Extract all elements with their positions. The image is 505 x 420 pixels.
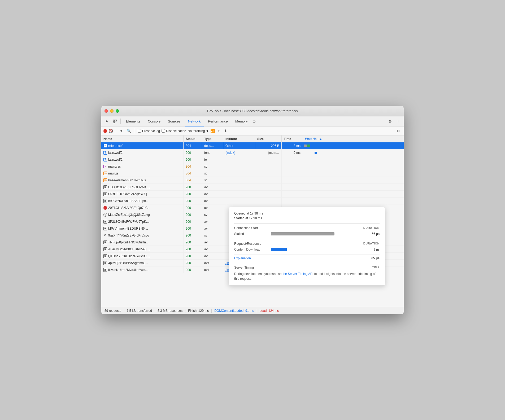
tab-performance[interactable]: Performance xyxy=(205,116,231,126)
cell-waterfall xyxy=(303,177,404,183)
explanation-link[interactable]: Explanation xyxy=(234,256,251,260)
cell-status: 200 xyxy=(184,156,202,163)
table-row[interactable]: JS main.js 304 sc xyxy=(101,170,404,177)
img-icon: ▣ xyxy=(103,261,107,265)
col-status[interactable]: Status xyxy=(184,135,202,142)
cell-initiator: Other xyxy=(223,142,255,149)
cell-name: T latin.woff2 xyxy=(101,149,184,156)
cell-status: 200 xyxy=(184,225,202,232)
close-button[interactable] xyxy=(105,109,108,113)
title-bar: DevTools - localhost:8080/docs/devtools/… xyxy=(101,106,404,116)
doc-icon: ≡ xyxy=(103,144,107,148)
cursor-icon[interactable] xyxy=(103,118,110,125)
cell-status: 200 xyxy=(184,232,202,239)
cell-time: 8 ms xyxy=(282,142,303,149)
cell-size: (mem… xyxy=(255,149,282,156)
cell-initiator xyxy=(223,156,255,163)
col-size[interactable]: Size xyxy=(255,135,282,142)
img-icon: ▣ xyxy=(103,185,107,189)
cell-initiator xyxy=(223,163,255,170)
img-icon: ▣ xyxy=(103,247,107,251)
server-timing-description: During development, you can use the Serv… xyxy=(234,272,380,281)
cell-type: av xyxy=(202,204,223,211)
img-icon: ▣ xyxy=(103,192,107,196)
cell-time xyxy=(282,177,303,183)
server-timing-api-link[interactable]: the Server Timing API xyxy=(282,272,313,276)
settings-icon[interactable]: ⚙ xyxy=(387,118,394,125)
col-name[interactable]: Name xyxy=(101,135,184,142)
cell-type: docu... xyxy=(202,142,223,149)
requests-count: 59 requests xyxy=(105,309,124,313)
wifi-icon: 📶 xyxy=(210,129,215,133)
queued-at-text: Queued at 17.98 ms xyxy=(234,212,380,215)
cell-type: sc xyxy=(202,177,223,183)
cell-size xyxy=(255,170,282,177)
tab-memory[interactable]: Memory xyxy=(232,116,251,126)
cell-type: av xyxy=(202,191,223,197)
throttle-wrapper: No throttling ▼ xyxy=(188,129,209,133)
col-type[interactable]: Type xyxy=(202,135,223,142)
record-button[interactable] xyxy=(103,129,107,133)
cell-type: st xyxy=(202,163,223,170)
cell-waterfall xyxy=(303,170,404,177)
tab-console[interactable]: Console xyxy=(145,116,164,126)
cell-initiator xyxy=(223,184,255,190)
window-title: DevTools - localhost:8080/docs/devtools/… xyxy=(207,109,298,113)
more-tabs-button[interactable]: » xyxy=(252,119,257,124)
content-download-row: Content Download 9 μs xyxy=(234,248,380,251)
transferred-size: 1.5 kB transferred xyxy=(124,309,155,313)
table-row[interactable]: ▣ O2sIJEHG9avKV4aqzSx7.j... 200 av xyxy=(101,191,404,198)
block-button[interactable]: 🚫 xyxy=(109,129,113,133)
table-row[interactable]: T latin.woff2 200 font (index) (mem… 0 m… xyxy=(101,149,404,156)
table-row[interactable]: T latin.woff2 200 fo xyxy=(101,156,404,163)
cell-name: ▣ 2P2L80XfBoFWJFxU9TpK.... xyxy=(101,218,184,225)
content-download-label: Content Download xyxy=(234,248,269,251)
status-bar: 59 requests 1.5 kB transferred 5.3 MB re… xyxy=(101,307,404,314)
cell-name: ⚙ 9gzXiTYY0nZzBxGI6KrV.svg xyxy=(101,232,184,239)
cell-time xyxy=(282,163,303,170)
table-row[interactable]: JS base-element-3018901b.js 304 sc xyxy=(101,177,404,184)
upload-icon[interactable]: ⬆ xyxy=(216,128,221,133)
duration-label-2: DURATION xyxy=(363,242,380,246)
download-icon[interactable]: ⬇ xyxy=(223,128,228,133)
table-row[interactable]: ▣ U5OHzQL4tEKFr6OFlxWK.... 200 av xyxy=(101,184,404,191)
network-settings-icon[interactable]: ⚙ xyxy=(395,128,402,134)
preserve-log-checkbox[interactable]: Preserve log xyxy=(138,129,160,133)
more-options-icon[interactable]: ⋮ xyxy=(395,118,402,125)
search-icon[interactable]: 🔍 xyxy=(126,128,132,133)
request-response-section: Request/Response DURATION Content Downlo… xyxy=(234,242,380,251)
cell-time xyxy=(282,156,303,163)
table-row[interactable]: ≡ reference/ 304 docu... Other 296 B 8 m… xyxy=(101,142,404,149)
gear-icon: ⚙ xyxy=(103,234,107,237)
maximize-button[interactable] xyxy=(116,109,119,113)
filter-icon[interactable]: ▼ xyxy=(119,128,124,133)
col-time[interactable]: Time xyxy=(282,135,303,142)
tab-elements[interactable]: Elements xyxy=(123,116,143,126)
cell-initiator: (index) xyxy=(223,149,255,156)
disable-cache-checkbox[interactable]: Disable cache xyxy=(162,129,186,133)
col-waterfall[interactable]: Waterfall ▲ xyxy=(303,135,404,142)
tab-sources[interactable]: Sources xyxy=(165,116,184,126)
tab-network[interactable]: Network xyxy=(185,116,204,126)
content-download-bar xyxy=(271,248,287,251)
table-row[interactable]: ▣ h90CtfziXluvh1LSSKJE.pn... 200 av xyxy=(101,198,404,204)
cell-name: JS base-element-3018901b.js xyxy=(101,177,184,183)
cell-name: # main.css xyxy=(101,163,184,170)
connection-start-section: Connection Start DURATION Stalled 56 μs xyxy=(234,226,380,236)
col-initiator[interactable]: Initiator xyxy=(223,135,255,142)
cell-type: sv xyxy=(202,232,223,239)
cell-waterfall xyxy=(303,191,404,197)
table-row[interactable]: # main.css 304 st xyxy=(101,163,404,170)
cell-status: 200 xyxy=(184,218,202,225)
cell-name: ▣ QTDnaY32hLDipeRW8e3O... xyxy=(101,253,184,259)
load-time: Load: 124 ms xyxy=(257,309,282,313)
svg-rect-2 xyxy=(113,122,115,123)
font-icon: T xyxy=(103,151,107,155)
cell-size xyxy=(255,177,282,183)
cell-name: ▣ U5OHzQL4tEKFr6OFlxWK.... xyxy=(101,184,184,190)
cell-type: av xyxy=(202,198,223,204)
cell-status: 304 xyxy=(184,142,202,149)
devtools-toolbar: Elements Console Sources Network Perform… xyxy=(101,116,404,126)
inspect-icon[interactable] xyxy=(111,118,118,125)
minimize-button[interactable] xyxy=(110,109,114,113)
